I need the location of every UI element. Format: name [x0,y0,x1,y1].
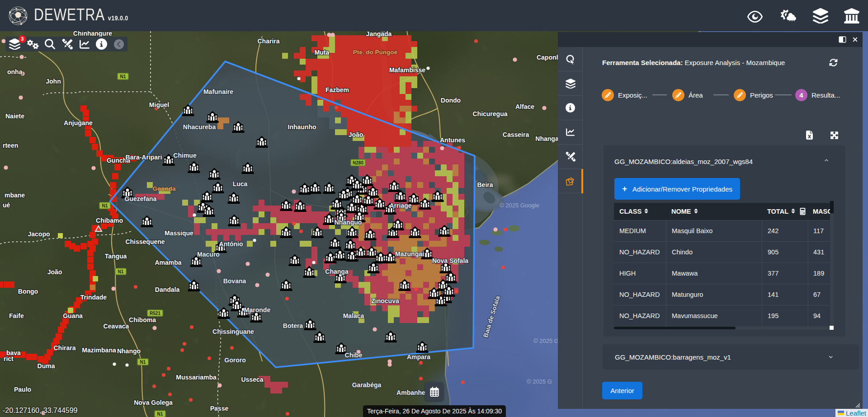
svg-text:N1: N1 [140,360,146,365]
svg-text:João: João [47,268,62,276]
svg-text:Nhanga: Nhanga [535,135,559,142]
svg-text:R521: R521 [150,311,160,316]
svg-text:Chicuregua: Chicuregua [472,110,507,117]
svg-text:Beira: Beira [477,181,493,188]
svg-text:Naiete: Naiete [5,112,24,120]
svg-text:mbane: mbane [5,192,25,199]
svg-text:Nhango: Nhango [117,347,141,355]
svg-text:Miguel: Miguel [149,101,169,108]
svg-text:Chibe: Chibe [345,351,363,359]
svg-text:Macuro: Macuro [197,251,220,258]
svg-text:Massique: Massique [165,230,193,237]
svg-text:N1: N1 [118,269,124,274]
svg-text:Garabéga: Garabéga [352,381,382,389]
svg-text:Chissequene: Chissequene [125,238,165,245]
svg-text:Ambanhe: Ambanhe [396,389,425,396]
svg-text:Chibamo: Chibamo [96,217,123,224]
svg-text:Paulo: Paulo [14,386,31,393]
svg-text:Usseca: Usseca [241,376,263,383]
svg-text:rteen: rteen [3,142,18,149]
svg-text:João: João [349,131,363,138]
svg-text:Ampara: Ampara [407,353,430,361]
svg-text:Inhaunho: Inhaunho [288,123,316,131]
svg-text:Charira: Charira [257,37,279,45]
svg-text:Nova Sofala: Nova Sofala [432,257,468,264]
svg-text:Fazbem: Fazbem [326,86,349,94]
svg-text:Anjugane: Anjugane [64,119,93,127]
svg-text:Mazungai: Mazungai [395,250,424,258]
svg-text:Changa: Changa [325,268,349,275]
svg-text:Mussariamba: Mussariamba [176,374,217,381]
svg-text:Chiboma: Chiboma [129,316,156,323]
svg-text:Luca: Luca [233,180,248,187]
svg-text:Jacopo: Jacopo [28,230,50,238]
svg-text:Chirara: Chirara [53,344,75,351]
svg-text:Guezefana: Guezefana [125,195,157,202]
svg-text:Nova Golega: Nova Golega [134,399,173,406]
svg-text:Malaca: Malaca [343,312,364,319]
svg-text:Trindade: Trindade [80,294,107,301]
svg-text:Chissinguane: Chissinguane [212,328,254,335]
svg-text:onha: onha [7,68,23,75]
svg-text:Mazimbana: Mazimbana [82,347,116,354]
svg-text:Dandala: Dandala [155,286,180,293]
svg-text:Nhanguo: Nhanguo [335,219,362,226]
svg-text:Antunes: Antunes [440,136,465,144]
svg-text:Mafambisse: Mafambisse [389,66,425,74]
svg-text:N280: N280 [353,160,363,165]
svg-text:Muta: Muta [315,49,330,56]
svg-text:Passe: Passe [210,405,229,412]
svg-text:N1: N1 [157,412,163,417]
svg-text:Caponh: Caponh [537,54,560,61]
svg-text:Arriage: Arriage [389,202,411,209]
svg-text:N1: N1 [120,74,126,79]
svg-text:Zinocuva: Zinocuva [371,297,399,305]
svg-text:Gororo: Gororo [224,356,245,364]
svg-text:Guana: Guana [63,312,83,319]
svg-text:Goonda: Goonda [153,185,176,192]
svg-text:Bara-Aripari: Bara-Aripari [126,154,162,161]
svg-text:Bovana: Bovana [223,277,246,285]
svg-text:Pte. do Púngoè: Pte. do Púngoè [353,49,398,56]
svg-text:Maronde: Maronde [244,306,271,314]
svg-text:rict: rict [4,355,14,362]
svg-text:© 2025 G: © 2025 G [527,378,552,385]
svg-text:Duma: Duma [38,362,55,370]
svg-text:Botera: Botera [283,322,303,329]
svg-text:Dondo: Dondo [441,97,461,104]
svg-text:© 2025 Google: © 2025 Google [500,202,539,209]
svg-text:ué: ué [3,201,10,209]
svg-text:Ceavaca: Ceavaca [104,323,129,330]
svg-text:Faife: Faife [9,312,24,319]
svg-text:Amamba: Amamba [155,259,181,266]
svg-text:© 2025 G: © 2025 G [533,337,559,344]
svg-text:António: António [219,240,243,248]
svg-text:Mafunaire: Mafunaire [203,88,233,95]
svg-text:Tangua: Tangua [105,253,127,260]
svg-text:Chimue: Chimue [173,152,197,159]
svg-text:N1: N1 [102,203,108,208]
svg-text:Casseira: Casseira [503,131,529,138]
svg-text:John: John [46,78,61,85]
svg-text:Bongo: Bongo [18,288,38,295]
svg-text:Nhacureba: Nhacureba [183,123,216,131]
svg-text:Alface: Alface [515,103,534,110]
svg-text:Jangada: Jangada [366,31,392,37]
